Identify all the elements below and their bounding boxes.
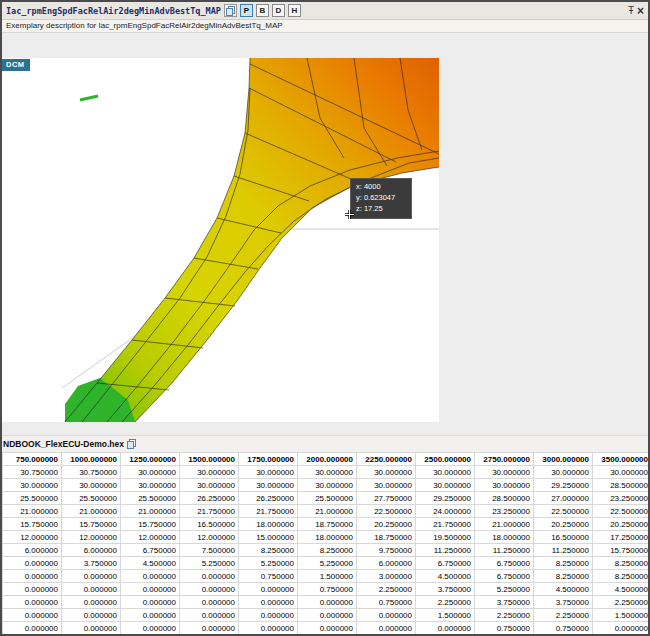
map-cell[interactable]: 15.750000 <box>3 518 62 531</box>
map-cell[interactable]: 0.750000 <box>475 622 534 635</box>
map-cell[interactable]: 21.750000 <box>239 505 298 518</box>
map-cell[interactable]: 6.750000 <box>416 557 475 570</box>
map-cell[interactable]: 1.500000 <box>416 609 475 622</box>
map-cell[interactable]: 3.750000 <box>62 557 121 570</box>
map-cell[interactable]: 0.000000 <box>121 583 180 596</box>
map-cell[interactable]: 7.500000 <box>180 544 239 557</box>
map-cell[interactable]: 18.750000 <box>357 531 416 544</box>
map-cell[interactable]: 3.750000 <box>416 583 475 596</box>
map-cell[interactable]: 11.250000 <box>416 544 475 557</box>
map-cell[interactable]: 1.500000 <box>298 570 357 583</box>
map-cell[interactable]: 30.750000 <box>62 466 121 479</box>
map-cell[interactable]: 0.000000 <box>298 609 357 622</box>
view-toggle-d[interactable]: D <box>272 4 285 17</box>
map-cell[interactable]: 30.000000 <box>475 479 534 492</box>
map-cell[interactable]: 6.000000 <box>357 557 416 570</box>
map-cell[interactable]: 0.000000 <box>357 622 416 635</box>
map-cell[interactable]: 0.000000 <box>121 596 180 609</box>
map-cell[interactable]: 5.250000 <box>180 557 239 570</box>
map-cell[interactable]: 18.000000 <box>239 518 298 531</box>
map-cell[interactable]: 18.000000 <box>298 531 357 544</box>
map-cell[interactable]: 0.000000 <box>239 622 298 635</box>
map-cell[interactable]: 30.000000 <box>3 479 62 492</box>
map-cell[interactable]: 3.750000 <box>475 596 534 609</box>
map-cell[interactable]: 0.000000 <box>180 609 239 622</box>
map-cell[interactable]: 0.000000 <box>121 570 180 583</box>
map-cell[interactable]: 0.000000 <box>62 596 121 609</box>
map-cell[interactable]: 25.500000 <box>62 492 121 505</box>
map-cell[interactable]: 3.750000 <box>534 596 593 609</box>
map-cell[interactable]: 8.250000 <box>239 544 298 557</box>
map-cell[interactable]: 0.000000 <box>62 609 121 622</box>
copy-icon[interactable] <box>127 439 136 449</box>
map-cell[interactable]: 27.000000 <box>534 492 593 505</box>
map-cell[interactable]: 22.500000 <box>534 505 593 518</box>
map-cell[interactable]: 25.500000 <box>298 492 357 505</box>
map-cell[interactable]: 20.250000 <box>357 518 416 531</box>
map-cell[interactable]: 20.250000 <box>593 518 650 531</box>
map-cell[interactable]: 28.500000 <box>593 479 650 492</box>
view-toggle-b[interactable]: B <box>256 4 269 17</box>
map-cell[interactable]: 22.500000 <box>593 505 650 518</box>
map-cell[interactable]: 12.000000 <box>180 531 239 544</box>
map-cell[interactable]: 30.000000 <box>239 479 298 492</box>
map-cell[interactable]: 0.750000 <box>357 596 416 609</box>
map-cell[interactable]: 3.000000 <box>357 570 416 583</box>
map-cell[interactable]: 30.000000 <box>593 466 650 479</box>
map-cell[interactable]: 6.750000 <box>475 557 534 570</box>
map-cell[interactable]: 0.000000 <box>3 557 62 570</box>
map-cell[interactable]: 0.000000 <box>121 622 180 635</box>
map-cell[interactable]: 0.000000 <box>180 596 239 609</box>
map-cell[interactable]: 0.000000 <box>3 609 62 622</box>
map-cell[interactable]: 0.000000 <box>3 596 62 609</box>
map-cell[interactable]: 9.750000 <box>357 544 416 557</box>
map-cell[interactable]: 4.500000 <box>593 583 650 596</box>
map-cell[interactable]: 25.500000 <box>3 492 62 505</box>
map-cell[interactable]: 0.000000 <box>298 596 357 609</box>
map-cell[interactable]: 30.000000 <box>180 479 239 492</box>
map-cell[interactable]: 0.000000 <box>357 609 416 622</box>
map-cell[interactable]: 2.250000 <box>475 609 534 622</box>
map-cell[interactable]: 18.000000 <box>475 531 534 544</box>
map-cell[interactable]: 0.000000 <box>239 596 298 609</box>
map-cell[interactable]: 19.500000 <box>416 531 475 544</box>
map-cell[interactable]: 2.250000 <box>534 609 593 622</box>
view-toggle-h[interactable]: H <box>288 4 301 17</box>
map-cell[interactable]: 30.000000 <box>121 466 180 479</box>
map-cell[interactable]: 12.000000 <box>62 531 121 544</box>
map-cell[interactable]: 30.000000 <box>416 466 475 479</box>
map-cell[interactable]: 23.250000 <box>593 492 650 505</box>
map-cell[interactable]: 29.250000 <box>534 479 593 492</box>
map-cell[interactable]: 18.750000 <box>298 518 357 531</box>
map-cell[interactable]: 24.000000 <box>416 505 475 518</box>
map-cell[interactable]: 15.750000 <box>121 518 180 531</box>
map-cell[interactable]: 15.750000 <box>62 518 121 531</box>
map-cell[interactable]: 0.000000 <box>593 622 650 635</box>
map-cell[interactable]: 0.750000 <box>239 570 298 583</box>
close-icon[interactable]: × <box>637 6 644 16</box>
map-cell[interactable]: 11.250000 <box>475 544 534 557</box>
map-cell[interactable]: 0.000000 <box>239 609 298 622</box>
map-cell[interactable]: 8.250000 <box>534 557 593 570</box>
map-cell[interactable]: 23.250000 <box>475 505 534 518</box>
map-cell[interactable]: 0.000000 <box>121 609 180 622</box>
map-cell[interactable]: 0.000000 <box>298 622 357 635</box>
map-cell[interactable]: 20.250000 <box>534 518 593 531</box>
surface-plot[interactable]: x: 4000 y: 0.623047 z: 17.25 <box>2 58 439 422</box>
map-cell[interactable]: 25.500000 <box>121 492 180 505</box>
map-cell[interactable]: 8.250000 <box>534 570 593 583</box>
map-cell[interactable]: 5.250000 <box>298 557 357 570</box>
map-cell[interactable]: 5.250000 <box>239 557 298 570</box>
map-cell[interactable]: 0.000000 <box>62 583 121 596</box>
map-cell[interactable]: 0.000000 <box>62 570 121 583</box>
map-cell[interactable]: 6.000000 <box>62 544 121 557</box>
map-cell[interactable]: 16.500000 <box>534 531 593 544</box>
map-cell[interactable]: 26.250000 <box>180 492 239 505</box>
map-cell[interactable]: 4.500000 <box>534 583 593 596</box>
pin-icon[interactable]: Ŧ <box>628 6 634 16</box>
map-cell[interactable]: 28.500000 <box>475 492 534 505</box>
map-cell[interactable]: 21.000000 <box>475 518 534 531</box>
map-cell[interactable]: 0.000000 <box>239 583 298 596</box>
map-cell[interactable]: 30.000000 <box>416 479 475 492</box>
map-cell[interactable]: 27.750000 <box>357 492 416 505</box>
